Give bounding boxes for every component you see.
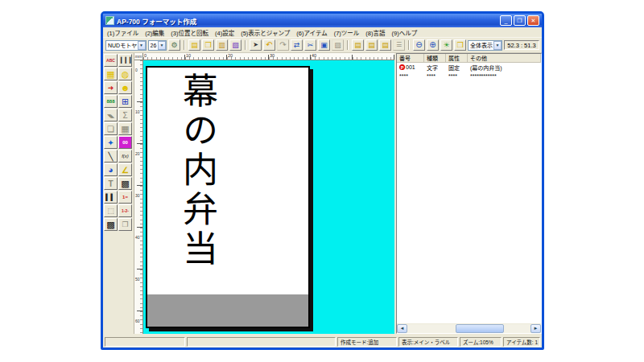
main-area: ABC▎▎▎▎▦◍➜☻888⊞◥◣Σ❏▦✦00╲f(x)◕∠T▩▍▍1=⬚1-2… [103,53,542,336]
print-tool[interactable]: ◍ [118,68,132,80]
move-item-button[interactable]: ⇄ [291,39,303,51]
label-object[interactable]: 幕の内弁当 [146,66,310,328]
cell-other: (幕の内弁当) [468,64,541,72]
design-canvas[interactable]: 幕の内弁当 [143,60,394,334]
undo-button[interactable]: ↶ [263,39,275,51]
print-tool-icon: ◍ [122,69,130,80]
menu-view-jump[interactable]: (5)表示とジャンプ [241,28,290,37]
save-icon: ▥ [218,42,225,49]
label-vertical-text[interactable]: 幕の内弁当 [180,72,215,269]
scrollbar-thumb[interactable] [456,324,504,333]
qr-code-tool[interactable]: ▩ [118,177,132,190]
h-ruler-number: 0 [144,53,147,58]
app-window: AP-700 フォーマット作成 _ ❐ ✕ (1)ファイル(2)編集(3)位置と… [101,11,544,350]
header-other[interactable]: その他 [468,54,541,62]
view-folder-button[interactable]: ❒ [454,39,466,51]
align-page2-icon: ▤ [368,42,375,49]
table-row[interactable]: ************************ [397,72,541,80]
tool-palette: ABC▎▎▎▎▦◍➜☻888⊞◥◣Σ❏▦✦00╲f(x)◕∠T▩▍▍1=⬚1-2… [103,53,134,334]
smiley-tool[interactable]: ☻ [118,81,132,94]
spray-tool[interactable]: ✦ [104,136,118,149]
scroll-left-arrow[interactable]: ◄ [397,324,407,333]
barcode-tool[interactable]: ▎▎▎▎ [118,54,132,67]
canvas-column: 010203040 幕の内弁当 [143,53,394,334]
menu-language[interactable]: (8)言語 [365,28,385,37]
new-button[interactable]: ▤ [188,39,200,51]
function-tool[interactable]: f(x) [118,150,132,162]
menu-item[interactable]: (6)アイテム [296,28,327,37]
arrow-line-tool[interactable]: ➜ [104,81,118,94]
header-attribute[interactable]: 属性 [446,54,468,62]
ruler-unit-label: mm [134,53,142,60]
menu-file[interactable]: (1)ファイル [107,28,138,37]
zoom-in-button[interactable]: ⊕ [427,39,439,51]
h-ruler-number: 10 [186,53,191,58]
layers-tool-icon: ❏ [107,125,114,134]
select-button[interactable]: ➤ [250,39,262,51]
datamatrix-tool[interactable]: ▩ [104,218,118,231]
cut-button[interactable]: ✂ [304,39,316,51]
import-button[interactable]: ▧ [229,39,242,51]
font-setup-icon: ⚙ [171,42,177,49]
angle-tool[interactable]: ∠ [118,163,132,176]
horizontal-scrollbar[interactable]: ◄ ► [397,323,541,333]
copy-button[interactable]: ▣ [318,39,330,51]
scroll-right-arrow[interactable]: ► [530,324,541,333]
menu-edit[interactable]: (2)編集 [145,28,164,37]
grid-tool[interactable]: ▦ [104,68,118,80]
restore-button[interactable]: ❐ [514,15,526,26]
h-ruler-number: 30 [270,53,275,58]
table-row[interactable]: P001文字固定(幕の内弁当) [397,63,541,72]
font-setup-button[interactable]: ⚙ [168,39,180,51]
color-pie-tool[interactable]: ◕ [104,163,118,176]
open-icon: ❒ [204,42,211,49]
chevron-down-icon[interactable]: ▼ [138,41,146,50]
close-button[interactable]: ✕ [527,15,539,26]
hint-lamp-icon: ☀ [443,42,449,49]
menu-position-rotate[interactable]: (3)位置と回転 [171,28,208,37]
text-tool[interactable]: ABC [104,54,118,67]
line-tool[interactable]: ╲ [104,150,118,162]
font-size-combo[interactable]: 26 ▼ [148,40,167,51]
segment-display-tool[interactable]: 888 [104,95,118,108]
list-view-button: ☰ [393,39,405,51]
paste-icon: ▨ [334,42,341,49]
barcode2-tool[interactable]: ▍▍ [104,191,118,204]
menu-tool[interactable]: (7)ツール [334,28,360,37]
numbered-list-tool[interactable]: 1= [118,191,132,204]
counter-tool[interactable]: 00 [118,136,132,149]
frame-tool-icon: ⬚ [107,207,114,215]
header-type[interactable]: 種類 [424,54,446,62]
save-button[interactable]: ▥ [216,39,228,51]
menu-settings[interactable]: (4)設定 [215,28,234,37]
font-family-combo[interactable]: NUDモトヤEX明朝 ▼ [105,40,147,51]
align-page1-button[interactable]: ▤ [352,39,364,51]
paste-button: ▨ [332,39,344,51]
grid-tool-icon: ▦ [106,69,114,80]
vertical-ruler-ticks: 0102030405060 [134,60,142,334]
align-page3-icon: ▤ [382,42,389,49]
open-button[interactable]: ❒ [202,39,214,51]
header-number[interactable]: 番号 [397,54,424,62]
window-title: AP-700 フォーマット作成 [117,16,196,26]
sigma-tool-icon: Σ [122,111,127,120]
align-page1-icon: ▤ [354,42,361,49]
align-page3-button[interactable]: ▤ [379,39,391,51]
scrollbar-track[interactable] [407,324,530,333]
calculator-tool[interactable]: ⊞ [118,95,132,108]
status-item-count: アイテム数: 1 [503,337,540,347]
chevron-down-icon[interactable]: ▼ [158,41,166,50]
menu-help[interactable]: (9)ヘルプ [392,28,418,37]
zoom-out-button[interactable]: ⊖ [413,39,425,51]
folder-copy-tool-icon: ❐ [122,220,128,228]
chevron-down-icon[interactable]: ▼ [493,41,502,50]
view-mode-combo[interactable]: 全体表示 ▼ [468,40,502,51]
align-page2-button[interactable]: ▤ [365,39,378,51]
minimize-button[interactable]: _ [500,15,512,26]
item-list-header: 番号 種類 属性 その他 [397,54,541,63]
item-number: 001 [406,64,415,70]
hint-lamp-button[interactable]: ☀ [440,39,452,51]
sequence-tool[interactable]: 1-2- [118,204,132,217]
title-bar[interactable]: AP-700 フォーマット作成 _ ❐ ✕ [103,14,542,27]
menu-bar: (1)ファイル(2)編集(3)位置と回転(4)設定(5)表示とジャンプ(6)アイ… [103,27,542,38]
